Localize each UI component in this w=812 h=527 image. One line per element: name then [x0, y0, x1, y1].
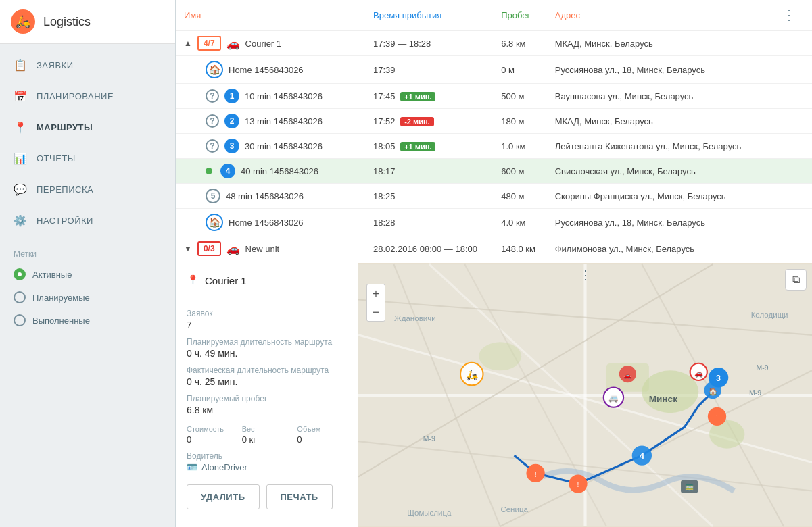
table-row[interactable]: ▼ 0/3 🚗 New unit 28.02.2016 08:00 — 18:0…	[176, 236, 812, 261]
row-address: Филимонова ул., Минск, Беларусь	[547, 236, 769, 261]
row-name-cell: ? 1 10 min 1456843026	[176, 84, 365, 109]
otchety-icon: 📊	[14, 151, 27, 165]
stop-name: 40 min 1456843026	[241, 166, 318, 176]
row-actions	[769, 134, 812, 159]
print-button[interactable]: ПЕЧАТЬ	[266, 484, 333, 509]
table-row[interactable]: 4 40 min 1456843026 18:17 600 м Свислочс…	[176, 159, 812, 184]
driver-row: Водитель 🪪 AloneDriver	[187, 451, 347, 472]
row-actions	[769, 159, 812, 184]
app-logo: 🛵	[11, 9, 35, 34]
label-completed[interactable]: Выполненные	[0, 309, 175, 332]
map-more-button[interactable]: ⋮	[579, 268, 592, 282]
status-badge: ?	[206, 114, 219, 128]
sidebar-item-nastrojki[interactable]: ⚙️ НАСТРОЙКИ	[0, 205, 175, 236]
row-distance: 148.0 км	[493, 236, 547, 261]
planned-duration-row: Планируемая длительность маршрута 0 ч. 4…	[187, 337, 347, 359]
sidebar-item-label: НАСТРОЙКИ	[37, 216, 93, 226]
label-planned[interactable]: Планируемые	[0, 286, 175, 309]
layers-button[interactable]: ⧉	[785, 269, 807, 291]
planned-distance-label: Планируемый пробег	[187, 394, 347, 403]
info-courier-name: Courier 1	[205, 275, 247, 286]
zaявок-label: Заявок	[187, 309, 347, 318]
table-row[interactable]: ▲ 4/7 🚗 Courier 1 17:39 — 18:28 6.8 км М…	[176, 30, 812, 56]
action-buttons: УДАЛИТЬ ПЕЧАТЬ	[187, 484, 347, 509]
perepiska-icon: 💬	[14, 182, 27, 196]
cost-cell: Стоимость 0	[187, 425, 237, 445]
sidebar-item-label: МАРШРУТЫ	[37, 122, 93, 132]
app-title: Logistics	[43, 15, 91, 29]
svg-text:!: !	[577, 481, 579, 488]
svg-text:🚐: 🚐	[608, 393, 619, 403]
actual-duration-value: 0 ч. 25 мин.	[187, 376, 347, 387]
zoom-in-button[interactable]: +	[366, 284, 385, 303]
row-actions	[769, 84, 812, 109]
row-distance: 1.0 км	[493, 134, 547, 159]
radio-completed[interactable]	[14, 314, 26, 326]
driver-label: Водитель	[187, 451, 347, 461]
planirovanie-icon: 📅	[14, 89, 27, 103]
row-name-cell: 4 40 min 1456843026	[176, 159, 365, 184]
row-distance: 500 м	[493, 84, 547, 109]
svg-text:🚃: 🚃	[685, 482, 694, 491]
sidebar-item-marshruty[interactable]: 📍 МАРШРУТЫ	[0, 111, 175, 143]
row-actions	[769, 56, 812, 84]
sidebar-item-perepiska[interactable]: 💬 ПЕРЕПИСКА	[0, 174, 175, 205]
home-icon: 🏠	[206, 214, 223, 231]
svg-text:🏠: 🏠	[709, 387, 718, 396]
row-name-cell: 🏠 Home 1456843026	[176, 209, 365, 236]
driver-info: 🪪 AloneDriver	[187, 462, 347, 472]
courier-icon: 🚗	[226, 243, 240, 255]
radio-planned[interactable]	[14, 291, 26, 303]
row-address: МКАД, Минск, Беларусь	[547, 30, 769, 56]
svg-text:Сеница: Сеница	[500, 505, 528, 513]
table-row[interactable]: 5 48 min 1456843026 18:25 480 м Скорины …	[176, 184, 812, 209]
sidebar-item-otchety[interactable]: 📊 ОТЧЕТЫ	[0, 143, 175, 174]
col-name: Имя	[176, 0, 365, 30]
row-name-cell: 5 48 min 1456843026	[176, 184, 365, 209]
map-area: ⋮ + − ⧉	[358, 264, 812, 527]
table-row[interactable]: ? 3 30 min 1456843026 18:05 +1 мин. 1.0 …	[176, 134, 812, 159]
row-actions	[769, 109, 812, 134]
routes-table-panel: Имя Время прибытия Пробег Адрес ⋮ ▲ 4/7	[176, 0, 812, 264]
status-dot	[206, 168, 212, 174]
row-name-cell: 🏠 Home 1456843026	[176, 56, 365, 84]
row-name-cell: ▲ 4/7 🚗 Courier 1	[176, 30, 365, 56]
row-address: Ваупшасова ул., Минск, Беларусь	[547, 84, 769, 109]
sidebar-item-planirovanie[interactable]: 📅 ПЛАНИРОВАНИЕ	[0, 80, 175, 111]
radio-active[interactable]	[14, 268, 26, 280]
expand-button[interactable]: ▼	[184, 244, 192, 253]
courier-location-icon: 📍	[187, 274, 199, 286]
label-active[interactable]: Активные	[0, 263, 175, 286]
map-zoom-controls: + −	[366, 284, 385, 322]
stop-number-badge: 5	[206, 189, 220, 203]
table-more-icon[interactable]: ⋮	[777, 5, 801, 25]
svg-text:M-9: M-9	[757, 364, 769, 372]
status-badge: ?	[206, 89, 219, 103]
col-more: ⋮	[769, 0, 812, 30]
table-row[interactable]: 🏠 Home 1456843026 17:39 0 м Руссиянова у…	[176, 56, 812, 84]
row-time: 28.02.2016 08:00 — 18:00	[365, 236, 493, 261]
col-distance: Пробег	[493, 0, 547, 30]
svg-text:M-9: M-9	[749, 389, 761, 397]
time-delta-badge: -2 мин.	[400, 117, 433, 126]
weight-cell: Вес 0 кг	[242, 425, 292, 445]
svg-text:Колодищи: Колодищи	[751, 311, 788, 319]
table-row[interactable]: 🏠 Home 1456843026 18:28 4.0 км Руссиянов…	[176, 209, 812, 236]
table-row[interactable]: ? 1 10 min 1456843026 17:45 +1 мин. 500 …	[176, 84, 812, 109]
delete-button[interactable]: УДАЛИТЬ	[187, 484, 260, 509]
col-time: Время прибытия	[365, 0, 493, 30]
table-row[interactable]: ? 2 13 min 1456843026 17:52 -2 мин. 180 …	[176, 109, 812, 134]
expand-button[interactable]: ▲	[184, 39, 192, 48]
courier-icon: 🚗	[226, 37, 240, 50]
weight-label: Вес	[242, 425, 292, 433]
zaявок-value: 7	[187, 320, 347, 330]
zaявки-icon: 📋	[14, 58, 27, 72]
stop-name: Home 1456843026	[229, 218, 304, 228]
svg-text:3: 3	[716, 374, 721, 383]
sidebar-item-zaявки[interactable]: 📋 ЗАЯВКИ	[0, 49, 175, 80]
row-address: Свислочская ул., Минск, Беларусь	[547, 159, 769, 184]
label-planned-text: Планируемые	[32, 293, 90, 303]
label-completed-text: Выполненные	[32, 316, 90, 326]
svg-text:!: !	[535, 471, 537, 478]
zoom-out-button[interactable]: −	[366, 303, 385, 322]
